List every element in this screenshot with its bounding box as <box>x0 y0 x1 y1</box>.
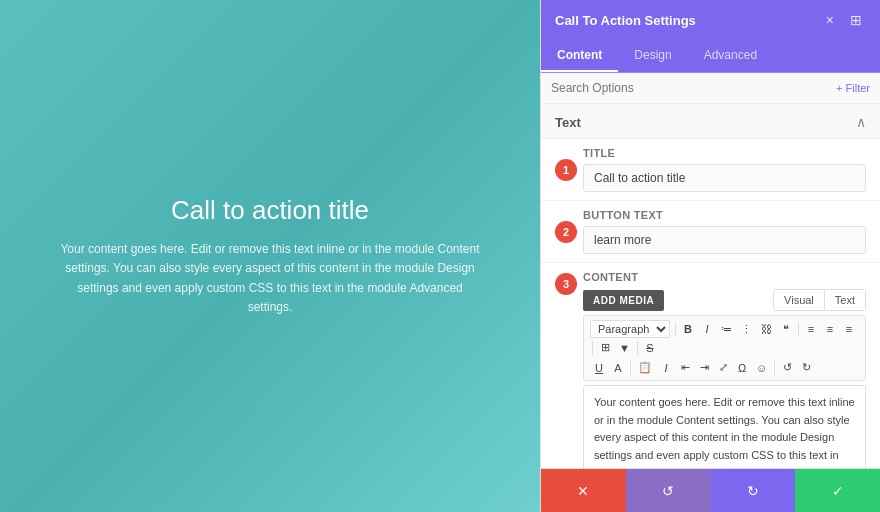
emoji-button[interactable]: ☺ <box>752 360 771 376</box>
button-text-input[interactable] <box>583 226 866 254</box>
indent-more-button[interactable]: ⇥ <box>695 359 713 376</box>
title-input[interactable] <box>583 164 866 192</box>
fmt-divider-5 <box>630 361 631 375</box>
list-ul-button[interactable]: ≔ <box>717 321 736 338</box>
fmt-divider-4 <box>637 341 638 355</box>
strike-button[interactable]: S <box>641 340 659 356</box>
visual-text-toggle: Visual Text <box>773 289 866 311</box>
title-field-row: 1 Title <box>541 139 880 201</box>
panel-tabs: Content Design Advanced <box>541 40 880 73</box>
content-field-label: Content <box>583 271 866 283</box>
format-toolbar: Paragraph B I ≔ ⋮ ⛓ ❝ ≡ ≡ ≡ <box>583 315 866 381</box>
panel-body: Text ∧ 1 Title 2 Button Text 3 Content <box>541 104 880 468</box>
button-text-field-row: 2 Button Text <box>541 201 880 263</box>
fmt-divider-2 <box>798 322 799 336</box>
redo-toolbar-button[interactable]: ↻ <box>797 359 815 376</box>
paste-button[interactable]: 📋 <box>634 359 656 376</box>
fmt-divider-1 <box>675 322 676 336</box>
panel-header-actions: × ⊞ <box>822 10 866 30</box>
text-section-header: Text ∧ <box>541 104 880 139</box>
panel-header: Call To Action Settings × ⊞ <box>541 0 880 40</box>
more-button[interactable]: ▼ <box>615 340 634 356</box>
tab-design[interactable]: Design <box>618 40 687 72</box>
canvas-title: Call to action title <box>60 195 480 226</box>
undo-button[interactable]: ↺ <box>778 359 796 376</box>
link-button[interactable]: ⛓ <box>757 321 776 337</box>
format-row-2: U A 📋 I ⇤ ⇥ ⤢ Ω ☺ ↺ ↻ <box>590 359 859 376</box>
content-field-row: 3 Content ADD MEDIA Visual Text <box>541 263 880 468</box>
add-media-button[interactable]: ADD MEDIA <box>583 290 664 311</box>
font-color-button[interactable]: A <box>609 360 627 376</box>
step-2-badge: 2 <box>555 221 577 243</box>
filter-button[interactable]: + Filter <box>836 82 870 94</box>
indent-less-button[interactable]: ⇤ <box>676 359 694 376</box>
close-panel-button[interactable]: × <box>822 10 838 30</box>
fmt-divider-3 <box>592 341 593 355</box>
omega-button[interactable]: Ω <box>733 360 751 376</box>
button-text-field-container: Button Text <box>583 209 866 254</box>
tab-advanced[interactable]: Advanced <box>688 40 773 72</box>
step-3-badge: 3 <box>555 273 577 295</box>
italic-button[interactable]: I <box>698 321 716 337</box>
align-left-button[interactable]: ≡ <box>802 321 820 337</box>
paragraph-select[interactable]: Paragraph <box>590 320 670 338</box>
canvas-body: Your content goes here. Edit or remove t… <box>60 240 480 317</box>
text-section-toggle[interactable]: ∧ <box>856 114 866 130</box>
save-button[interactable]: ✓ <box>795 469 880 512</box>
editor-content[interactable]: Your content goes here. Edit or remove t… <box>583 385 866 468</box>
search-input[interactable] <box>551 81 836 95</box>
bold-button[interactable]: B <box>679 321 697 337</box>
italic2-button[interactable]: I <box>657 360 675 376</box>
tab-content[interactable]: Content <box>541 40 618 72</box>
title-field-container: Title <box>583 147 866 192</box>
fullscreen-button[interactable]: ⤢ <box>714 359 732 376</box>
panel-footer: ✕ ↺ ↻ ✓ <box>541 468 880 512</box>
panel-title: Call To Action Settings <box>555 13 696 28</box>
title-field-label: Title <box>583 147 866 159</box>
canvas-area: Call to action title Your content goes h… <box>0 0 540 512</box>
cancel-button[interactable]: ✕ <box>541 469 626 512</box>
format-row-1: Paragraph B I ≔ ⋮ ⛓ ❝ ≡ ≡ ≡ <box>590 320 859 356</box>
canvas-content: Call to action title Your content goes h… <box>60 195 480 317</box>
underline-button[interactable]: U <box>590 360 608 376</box>
table-button[interactable]: ⊞ <box>596 339 614 356</box>
step-1-badge: 1 <box>555 159 577 181</box>
settings-panel: Call To Action Settings × ⊞ Content Desi… <box>540 0 880 512</box>
redo-button[interactable]: ↻ <box>711 469 796 512</box>
expand-panel-button[interactable]: ⊞ <box>846 10 866 30</box>
editor-toolbar-top: ADD MEDIA Visual Text <box>583 289 866 311</box>
search-bar: + Filter <box>541 73 880 104</box>
text-section-title: Text <box>555 115 581 130</box>
quote-button[interactable]: ❝ <box>777 321 795 338</box>
align-center-button[interactable]: ≡ <box>821 321 839 337</box>
button-text-label: Button Text <box>583 209 866 221</box>
list-ol-button[interactable]: ⋮ <box>737 321 756 338</box>
reset-button[interactable]: ↺ <box>626 469 711 512</box>
content-editor-container: Content ADD MEDIA Visual Text Paragraph <box>583 271 866 468</box>
fmt-divider-6 <box>774 361 775 375</box>
visual-mode-button[interactable]: Visual <box>774 290 824 310</box>
align-right-button[interactable]: ≡ <box>840 321 858 337</box>
text-mode-button[interactable]: Text <box>825 290 865 310</box>
